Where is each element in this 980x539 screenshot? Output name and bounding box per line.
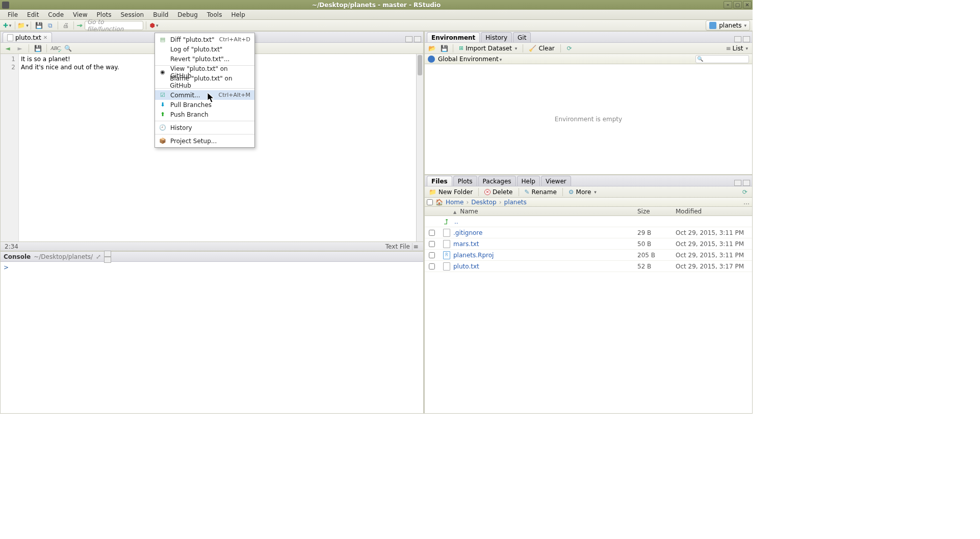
menu-file[interactable]: File [3,10,22,19]
menu-item-project-setup[interactable]: 📦 Project Setup... [155,136,254,146]
file-checkbox[interactable] [429,241,435,247]
col-name[interactable]: Name [439,208,637,215]
save-button[interactable]: 💾 [34,21,44,30]
minimize-pane-button[interactable] [405,36,412,42]
menu-item-blame-github[interactable]: Blame "pluto.txt" on GitHub [155,77,254,87]
tab-viewer[interactable]: Viewer [541,176,571,186]
maximize-pane-button[interactable] [414,36,421,42]
minimize-pane-button[interactable] [734,36,741,42]
maximize-pane-button[interactable] [743,180,750,186]
menu-item-pull[interactable]: ⬇ Pull Branches [155,100,254,110]
menu-build[interactable]: Build [148,10,173,19]
file-size: 29 B [637,229,676,236]
editor-scrollbar[interactable] [416,54,423,241]
minimize-button[interactable]: – [724,1,732,9]
editor-gutter: 1 2 [1,54,19,241]
new-file-button[interactable]: ✚ [2,21,12,30]
scope-selector[interactable]: Global Environment [438,56,502,63]
menu-item-history[interactable]: 🕘 History [155,123,254,132]
file-type-menu[interactable]: ≡ [412,243,419,250]
file-name[interactable]: .gitignore [453,229,482,236]
minimize-pane-button[interactable] [104,251,111,257]
tab-packages[interactable]: Packages [478,176,516,186]
tab-label: History [485,34,507,41]
tab-git[interactable]: Git [513,32,531,42]
breadcrumb-desktop[interactable]: Desktop [471,199,497,206]
more-button[interactable]: ⚙ More [566,188,599,196]
file-modified: Oct 29, 2015, 3:17 PM [676,263,752,270]
goto-placeholder: Go to file/function [87,18,134,33]
open-project-button[interactable]: 📁 [18,21,28,30]
breadcrumb-more[interactable]: … [743,199,750,206]
menu-item-commit[interactable]: ☑ Commit... Ctrl+Alt+M [155,90,254,100]
file-name[interactable]: planets.Rproj [453,252,494,259]
menu-item-revert[interactable]: Revert "pluto.txt"... [155,54,254,64]
file-checkbox[interactable] [429,263,435,270]
import-dataset-button[interactable]: ⊞ Import Dataset [457,45,519,52]
minimize-pane-button[interactable] [734,180,741,186]
nav-fwd-button[interactable]: ► [15,44,25,53]
tab-history[interactable]: History [481,32,512,42]
rename-button[interactable]: ✎ Rename [523,188,559,196]
chevron-down-icon: ▾ [744,23,746,28]
file-name[interactable]: .. [454,218,458,225]
menu-item-label: Push Branch [170,111,209,118]
tab-files[interactable]: Files [427,176,452,186]
file-name[interactable]: mars.txt [453,240,479,248]
project-switcher[interactable]: planets ▾ [706,20,750,31]
menu-item-log[interactable]: Log of "pluto.txt" [155,44,254,54]
console-body[interactable]: > [1,262,423,413]
tab-label: Environment [431,34,475,41]
col-modified[interactable]: Modified [676,208,752,215]
spellcheck-button[interactable]: ABC [50,44,61,53]
files-row-updir[interactable]: ⮥.. [425,216,752,227]
refresh-files-button[interactable]: ⟳ [740,187,750,197]
tab-plots[interactable]: Plots [453,176,477,186]
load-workspace-button[interactable]: 📂 [427,44,437,53]
app-icon [2,2,9,9]
print-button[interactable]: 🖨 [61,21,71,30]
menu-help[interactable]: Help [226,10,249,19]
maximize-pane-button[interactable] [743,36,750,42]
breadcrumb-planets[interactable]: planets [504,199,527,206]
refresh-button[interactable]: ⟳ [564,44,575,53]
source-tab-pluto[interactable]: pluto.txt ✕ [3,32,52,42]
nav-back-button[interactable]: ◄ [3,44,13,53]
file-checkbox[interactable] [429,230,435,236]
delete-button[interactable]: ✕ Delete [482,188,514,196]
console-prompt: > [4,264,9,271]
file-checkbox[interactable] [429,252,435,258]
breadcrumb-home[interactable]: Home [446,199,463,206]
col-label: Modified [676,208,702,215]
git-dropdown-button[interactable]: ⬢ [149,21,159,30]
menu-item-diff[interactable]: ▤ Diff "pluto.txt" Ctrl+Alt+D [155,35,254,44]
close-icon[interactable]: ✕ [43,35,47,40]
goto-file-function-input[interactable]: Go to file/function [85,21,143,30]
console-expand-icon[interactable]: ⤢ [96,253,101,260]
view-mode-button[interactable]: ≡ List [724,45,750,52]
save-file-button[interactable]: 💾 [33,44,43,53]
clear-button[interactable]: 🧹 Clear [527,45,556,52]
menu-debug[interactable]: Debug [173,10,202,19]
blank-icon [159,78,166,86]
home-icon[interactable]: 🏠 [435,199,443,206]
maximize-pane-button[interactable] [104,257,111,263]
find-button[interactable]: 🔍 [63,44,73,53]
tab-environment[interactable]: Environment [427,32,480,42]
save-all-button[interactable]: ⧉ [45,21,55,30]
tab-help[interactable]: Help [517,176,540,186]
toolbar-separator [523,44,523,52]
menu-edit[interactable]: Edit [22,10,43,19]
env-search-input[interactable] [695,55,749,63]
menu-code[interactable]: Code [43,10,68,19]
menu-tools[interactable]: Tools [202,10,227,19]
new-folder-button[interactable]: 📁 New Folder [427,188,475,196]
files-row: mars.txt 50 B Oct 29, 2015, 3:11 PM [425,238,752,250]
save-workspace-button[interactable]: 💾 [439,44,449,53]
maximize-button[interactable]: ▢ [733,1,742,9]
select-all-checkbox[interactable] [427,199,433,205]
menu-item-push[interactable]: ⬆ Push Branch [155,110,254,119]
close-button[interactable]: ✕ [743,1,752,9]
col-size[interactable]: Size [637,208,676,215]
file-name[interactable]: pluto.txt [453,263,479,270]
